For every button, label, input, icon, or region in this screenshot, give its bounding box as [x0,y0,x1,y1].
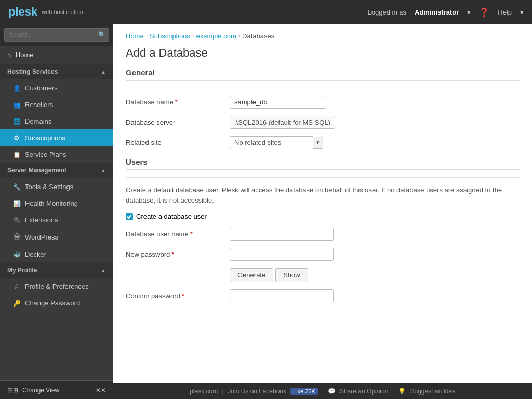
breadcrumb-home[interactable]: Home [126,32,144,40]
help-arrow[interactable]: ▾ [520,8,524,16]
confirm-password-label: Confirm password* [126,292,230,300]
database-server-row: Database server .\SQL2016 (default for M… [126,116,520,129]
create-db-user-checkbox[interactable] [126,213,133,220]
users-description: Create a default database user. Plesk wi… [126,185,520,205]
new-password-input[interactable] [230,248,334,261]
sidebar-item-extensions[interactable]: Extensions [0,211,113,228]
tools-settings-icon [12,182,21,191]
footer-facebook-link[interactable]: Join Us on Facebook [228,388,286,395]
breadcrumb-sep-2: › [192,33,194,39]
related-site-wrap: No related sites ▾ [230,136,323,149]
breadcrumb: Home › Subscriptions › example.com › Dat… [126,32,520,40]
wordpress-icon [12,232,21,242]
section-general-divider [126,88,520,88]
sidebar-item-customers[interactable]: Customers [0,79,113,96]
database-name-label: Database name* [126,98,230,106]
main-layout: 🔍 Home Hosting Services Customers Resell… [0,24,532,399]
resellers-icon [12,100,21,109]
share-opinion-icon: 💬 [328,388,336,395]
sidebar-item-subscriptions[interactable]: Subscriptions [0,129,113,146]
section-general-header: General [126,68,520,81]
change-password-icon [12,299,21,307]
page-title: Add a Database [126,46,520,60]
help-button[interactable]: Help [498,8,512,16]
content-area: Home › Subscriptions › example.com › Dat… [113,24,532,399]
database-server-value: .\SQL2016 (default for MS SQL) [230,116,335,129]
footer-suggest-idea-link[interactable]: Suggest an Idea [410,388,455,395]
sidebar: 🔍 Home Hosting Services Customers Resell… [0,24,113,399]
suggest-idea-icon: 💡 [398,388,406,395]
generate-button[interactable]: Generate [230,268,273,282]
section-users-header: Users [126,157,520,170]
breadcrumb-sep-3: › [238,33,240,39]
tools-settings-label: Tools & Settings [25,183,73,191]
related-site-dropdown-btn[interactable]: ▾ [313,137,323,149]
breadcrumb-subscriptions[interactable]: Subscriptions [150,32,190,40]
footer-site-link[interactable]: plesk.com [190,388,218,395]
search-input[interactable] [4,28,109,42]
logo-area: plesk web host edition [8,5,83,19]
fb-like-count: 25K [305,388,315,394]
db-user-name-label: Database user name* [126,230,230,238]
change-view-button[interactable]: ⊞ Change View [0,381,88,399]
extensions-icon [12,216,21,224]
logged-in-label: Logged in as [368,8,406,16]
footer-divider-1: | [222,388,223,395]
sidebar-item-wordpress[interactable]: WordPress [0,228,113,246]
admin-name[interactable]: Administrator [415,8,459,16]
subscriptions-icon [12,134,21,142]
db-user-name-required: * [190,230,193,238]
sidebar-item-profile-preferences[interactable]: Profile & Preferences [0,278,113,295]
close-icon: ✕ [96,387,106,394]
confirm-password-input[interactable] [230,289,334,302]
sidebar-item-tools-settings[interactable]: Tools & Settings [0,178,113,195]
sidebar-section-my-profile[interactable]: My Profile [0,262,113,278]
create-db-user-row: Create a database user [126,212,520,220]
database-name-required: * [175,98,178,106]
fb-like-label: Like [293,388,303,394]
server-management-label: Server Management [7,167,66,174]
health-monitoring-label: Health Monitoring [25,200,78,207]
close-sidebar-button[interactable]: ✕ [88,381,113,399]
docker-icon [12,250,21,258]
change-password-label: Change Password [25,299,80,307]
admin-arrow[interactable]: ▾ [467,8,471,16]
footer-divider-3: | [392,388,394,395]
sidebar-item-resellers[interactable]: Resellers [0,96,113,113]
breadcrumb-domain[interactable]: example.com [196,32,236,40]
sidebar-item-health-monitoring[interactable]: Health Monitoring [0,195,113,211]
sidebar-section-server-management[interactable]: Server Management [0,163,113,178]
related-site-label: Related site [126,139,230,147]
sidebar-item-service-plans[interactable]: Service Plans [0,146,113,163]
sidebar-item-domains[interactable]: Domains [0,113,113,129]
sidebar-item-home[interactable]: Home [0,46,113,64]
footer-facebook-like[interactable]: Like 25K [290,388,318,395]
topbar-right: Logged in as Administrator ▾ ❓ Help ▾ [368,7,524,17]
database-name-input[interactable] [230,96,326,109]
sidebar-item-docker[interactable]: Docker [0,246,113,262]
health-monitoring-icon [12,199,21,207]
service-plans-icon [12,150,21,158]
change-view-icon: ⊞ [7,386,18,394]
extensions-label: Extensions [25,216,58,224]
docker-label: Docker [25,250,46,258]
show-button[interactable]: Show [275,268,308,282]
sidebar-item-change-password[interactable]: Change Password [0,295,113,311]
service-plans-label: Service Plans [25,151,66,158]
sidebar-home-label: Home [16,51,34,59]
change-view-label: Change View [22,387,59,394]
content-inner: Home › Subscriptions › example.com › Dat… [113,24,532,383]
sidebar-section-hosting-services[interactable]: Hosting Services [0,64,113,79]
home-icon [7,51,11,59]
search-icon: 🔍 [98,31,106,38]
db-user-name-input[interactable] [230,228,334,241]
footer-share-opinion-link[interactable]: Share an Opinion [340,388,388,395]
help-icon: ❓ [479,7,489,17]
customers-icon [12,84,21,92]
profile-preferences-label: Profile & Preferences [25,283,89,290]
related-site-value: No related sites [230,136,313,149]
server-management-chevron [101,168,106,174]
my-profile-label: My Profile [7,267,37,274]
password-action-row: Generate Show [126,268,520,282]
database-name-row: Database name* [126,96,520,109]
